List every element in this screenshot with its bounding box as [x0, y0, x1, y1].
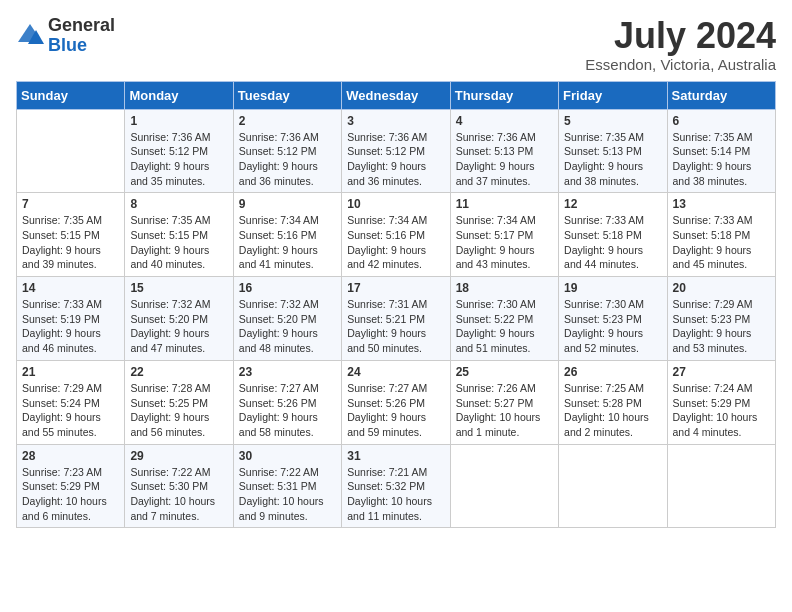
day-cell: 28Sunrise: 7:23 AM Sunset: 5:29 PM Dayli… [17, 444, 125, 528]
header: General Blue July 2024 Essendon, Victori… [16, 16, 776, 73]
day-number: 13 [673, 197, 770, 211]
day-number: 26 [564, 365, 661, 379]
day-number: 24 [347, 365, 444, 379]
header-cell-tuesday: Tuesday [233, 81, 341, 109]
day-info: Sunrise: 7:29 AM Sunset: 5:24 PM Dayligh… [22, 381, 119, 440]
logo-blue-text: Blue [48, 36, 115, 56]
day-info: Sunrise: 7:27 AM Sunset: 5:26 PM Dayligh… [239, 381, 336, 440]
day-number: 10 [347, 197, 444, 211]
day-number: 14 [22, 281, 119, 295]
calendar-body: 1Sunrise: 7:36 AM Sunset: 5:12 PM Daylig… [17, 109, 776, 528]
header-cell-sunday: Sunday [17, 81, 125, 109]
day-number: 25 [456, 365, 553, 379]
day-info: Sunrise: 7:24 AM Sunset: 5:29 PM Dayligh… [673, 381, 770, 440]
day-cell: 10Sunrise: 7:34 AM Sunset: 5:16 PM Dayli… [342, 193, 450, 277]
day-cell: 16Sunrise: 7:32 AM Sunset: 5:20 PM Dayli… [233, 277, 341, 361]
day-info: Sunrise: 7:34 AM Sunset: 5:17 PM Dayligh… [456, 213, 553, 272]
day-number: 29 [130, 449, 227, 463]
day-number: 28 [22, 449, 119, 463]
day-cell: 1Sunrise: 7:36 AM Sunset: 5:12 PM Daylig… [125, 109, 233, 193]
day-cell: 21Sunrise: 7:29 AM Sunset: 5:24 PM Dayli… [17, 360, 125, 444]
day-cell: 11Sunrise: 7:34 AM Sunset: 5:17 PM Dayli… [450, 193, 558, 277]
day-cell: 3Sunrise: 7:36 AM Sunset: 5:12 PM Daylig… [342, 109, 450, 193]
day-number: 3 [347, 114, 444, 128]
month-year: July 2024 [585, 16, 776, 56]
title-area: July 2024 Essendon, Victoria, Australia [585, 16, 776, 73]
day-info: Sunrise: 7:35 AM Sunset: 5:15 PM Dayligh… [130, 213, 227, 272]
day-info: Sunrise: 7:36 AM Sunset: 5:13 PM Dayligh… [456, 130, 553, 189]
header-cell-saturday: Saturday [667, 81, 775, 109]
header-cell-friday: Friday [559, 81, 667, 109]
day-cell [450, 444, 558, 528]
header-cell-monday: Monday [125, 81, 233, 109]
day-info: Sunrise: 7:35 AM Sunset: 5:14 PM Dayligh… [673, 130, 770, 189]
day-info: Sunrise: 7:33 AM Sunset: 5:18 PM Dayligh… [673, 213, 770, 272]
day-cell: 25Sunrise: 7:26 AM Sunset: 5:27 PM Dayli… [450, 360, 558, 444]
day-cell: 14Sunrise: 7:33 AM Sunset: 5:19 PM Dayli… [17, 277, 125, 361]
day-number: 5 [564, 114, 661, 128]
day-cell [17, 109, 125, 193]
day-cell: 30Sunrise: 7:22 AM Sunset: 5:31 PM Dayli… [233, 444, 341, 528]
day-cell: 19Sunrise: 7:30 AM Sunset: 5:23 PM Dayli… [559, 277, 667, 361]
day-cell: 8Sunrise: 7:35 AM Sunset: 5:15 PM Daylig… [125, 193, 233, 277]
day-number: 8 [130, 197, 227, 211]
week-row-1: 1Sunrise: 7:36 AM Sunset: 5:12 PM Daylig… [17, 109, 776, 193]
day-cell: 26Sunrise: 7:25 AM Sunset: 5:28 PM Dayli… [559, 360, 667, 444]
day-number: 21 [22, 365, 119, 379]
day-info: Sunrise: 7:35 AM Sunset: 5:15 PM Dayligh… [22, 213, 119, 272]
day-number: 6 [673, 114, 770, 128]
day-number: 16 [239, 281, 336, 295]
day-info: Sunrise: 7:31 AM Sunset: 5:21 PM Dayligh… [347, 297, 444, 356]
day-number: 27 [673, 365, 770, 379]
header-row: SundayMondayTuesdayWednesdayThursdayFrid… [17, 81, 776, 109]
day-number: 17 [347, 281, 444, 295]
day-number: 12 [564, 197, 661, 211]
day-info: Sunrise: 7:36 AM Sunset: 5:12 PM Dayligh… [347, 130, 444, 189]
day-cell: 20Sunrise: 7:29 AM Sunset: 5:23 PM Dayli… [667, 277, 775, 361]
day-cell: 24Sunrise: 7:27 AM Sunset: 5:26 PM Dayli… [342, 360, 450, 444]
day-info: Sunrise: 7:36 AM Sunset: 5:12 PM Dayligh… [239, 130, 336, 189]
day-number: 2 [239, 114, 336, 128]
day-cell: 12Sunrise: 7:33 AM Sunset: 5:18 PM Dayli… [559, 193, 667, 277]
day-info: Sunrise: 7:33 AM Sunset: 5:19 PM Dayligh… [22, 297, 119, 356]
day-number: 22 [130, 365, 227, 379]
day-number: 18 [456, 281, 553, 295]
day-info: Sunrise: 7:34 AM Sunset: 5:16 PM Dayligh… [347, 213, 444, 272]
day-number: 11 [456, 197, 553, 211]
calendar-header: SundayMondayTuesdayWednesdayThursdayFrid… [17, 81, 776, 109]
day-cell: 13Sunrise: 7:33 AM Sunset: 5:18 PM Dayli… [667, 193, 775, 277]
week-row-2: 7Sunrise: 7:35 AM Sunset: 5:15 PM Daylig… [17, 193, 776, 277]
day-info: Sunrise: 7:32 AM Sunset: 5:20 PM Dayligh… [130, 297, 227, 356]
logo-icon [16, 22, 44, 50]
day-number: 20 [673, 281, 770, 295]
day-info: Sunrise: 7:30 AM Sunset: 5:22 PM Dayligh… [456, 297, 553, 356]
location: Essendon, Victoria, Australia [585, 56, 776, 73]
day-cell: 27Sunrise: 7:24 AM Sunset: 5:29 PM Dayli… [667, 360, 775, 444]
day-info: Sunrise: 7:34 AM Sunset: 5:16 PM Dayligh… [239, 213, 336, 272]
day-number: 7 [22, 197, 119, 211]
day-info: Sunrise: 7:26 AM Sunset: 5:27 PM Dayligh… [456, 381, 553, 440]
day-info: Sunrise: 7:29 AM Sunset: 5:23 PM Dayligh… [673, 297, 770, 356]
day-info: Sunrise: 7:25 AM Sunset: 5:28 PM Dayligh… [564, 381, 661, 440]
day-cell: 17Sunrise: 7:31 AM Sunset: 5:21 PM Dayli… [342, 277, 450, 361]
day-info: Sunrise: 7:22 AM Sunset: 5:31 PM Dayligh… [239, 465, 336, 524]
calendar-table: SundayMondayTuesdayWednesdayThursdayFrid… [16, 81, 776, 529]
day-number: 15 [130, 281, 227, 295]
day-cell: 4Sunrise: 7:36 AM Sunset: 5:13 PM Daylig… [450, 109, 558, 193]
day-cell: 29Sunrise: 7:22 AM Sunset: 5:30 PM Dayli… [125, 444, 233, 528]
day-cell: 15Sunrise: 7:32 AM Sunset: 5:20 PM Dayli… [125, 277, 233, 361]
day-info: Sunrise: 7:30 AM Sunset: 5:23 PM Dayligh… [564, 297, 661, 356]
day-cell: 18Sunrise: 7:30 AM Sunset: 5:22 PM Dayli… [450, 277, 558, 361]
logo-general-text: General [48, 16, 115, 36]
day-cell [559, 444, 667, 528]
day-info: Sunrise: 7:22 AM Sunset: 5:30 PM Dayligh… [130, 465, 227, 524]
week-row-4: 21Sunrise: 7:29 AM Sunset: 5:24 PM Dayli… [17, 360, 776, 444]
day-cell [667, 444, 775, 528]
day-info: Sunrise: 7:23 AM Sunset: 5:29 PM Dayligh… [22, 465, 119, 524]
day-cell: 22Sunrise: 7:28 AM Sunset: 5:25 PM Dayli… [125, 360, 233, 444]
day-number: 30 [239, 449, 336, 463]
day-cell: 7Sunrise: 7:35 AM Sunset: 5:15 PM Daylig… [17, 193, 125, 277]
day-cell: 6Sunrise: 7:35 AM Sunset: 5:14 PM Daylig… [667, 109, 775, 193]
day-number: 1 [130, 114, 227, 128]
day-number: 9 [239, 197, 336, 211]
